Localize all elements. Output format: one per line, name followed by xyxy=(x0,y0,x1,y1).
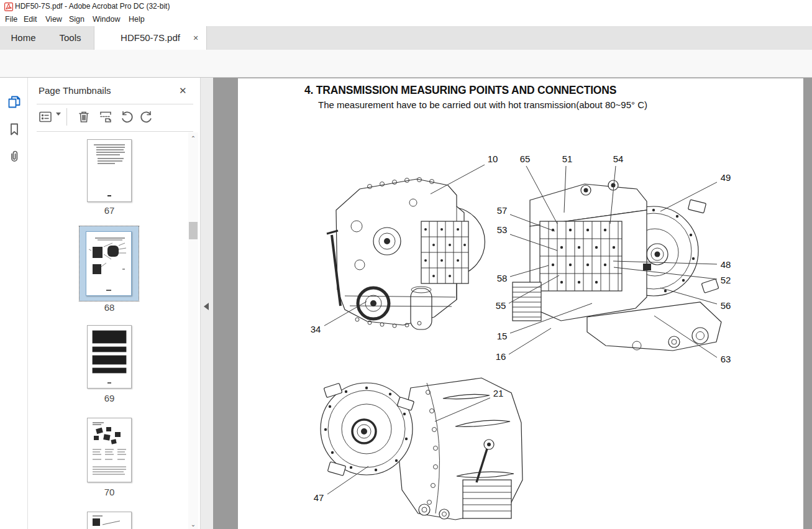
figure-callout-55: 55 xyxy=(496,300,506,311)
tab-close-icon[interactable]: ✕ xyxy=(191,26,200,50)
menu-bar: File Edit View Sign Window Help xyxy=(0,14,812,26)
tab-bar: Home Tools HDF50-7S.pdf ✕ xyxy=(0,26,812,50)
tab-tools[interactable]: Tools xyxy=(47,26,94,50)
panel-title: Page Thumbnails xyxy=(39,85,111,96)
menu-help[interactable]: Help xyxy=(129,15,145,24)
figure-callout-16: 16 xyxy=(496,351,506,362)
figure-transmission-rear-left xyxy=(327,178,485,330)
figure-callout-58: 58 xyxy=(497,273,508,283)
figure-transmission-converter xyxy=(513,180,721,351)
bookmarks-icon[interactable] xyxy=(7,122,22,137)
thumbnail-page-67[interactable] xyxy=(87,139,132,202)
thumbnail-page-69[interactable] xyxy=(87,325,132,389)
thumbnail-page-number: 68 xyxy=(87,302,132,313)
page-thumbnails-panel: Page Thumbnails ✕ xyxy=(28,78,200,529)
figure-transmission-side xyxy=(321,378,522,520)
figure-callout-57: 57 xyxy=(497,205,508,216)
panel-collapse-gutter[interactable] xyxy=(200,78,213,529)
figure-callout-49: 49 xyxy=(721,172,731,183)
figure-callout-47: 47 xyxy=(314,492,324,503)
rotate-clockwise-icon[interactable] xyxy=(139,109,155,125)
close-icon[interactable]: ✕ xyxy=(179,85,187,96)
main-toolbar: 68 / 311 100% xyxy=(0,50,812,78)
thumbnail-options-icon[interactable] xyxy=(37,109,53,125)
pdf-page-68: 4. TRANSMISSION MEASURING POINTS AND CON… xyxy=(238,78,803,529)
thumbnail-page-68[interactable] xyxy=(86,231,132,296)
figure-callout-52: 52 xyxy=(721,275,731,285)
thumbnail-page-number: 70 xyxy=(87,487,132,497)
tab-home[interactable]: Home xyxy=(0,26,47,50)
acrobat-logo-icon xyxy=(4,2,13,11)
figure-callout-10: 10 xyxy=(488,154,498,164)
scroll-up-icon[interactable]: ⌃ xyxy=(188,134,198,143)
figure-callout-63: 63 xyxy=(721,354,731,364)
tab-document-label: HDF50-7S.pdf xyxy=(121,26,180,50)
leader-line-10 xyxy=(431,165,485,194)
menu-edit[interactable]: Edit xyxy=(24,15,37,24)
menu-view[interactable]: View xyxy=(45,15,62,24)
thumbnails-scrollbar[interactable]: ⌃ ⌄ xyxy=(188,132,198,529)
chevron-down-icon[interactable] xyxy=(56,116,61,127)
divider xyxy=(66,108,67,126)
window-title: HDF50-7S.pdf - Adobe Acrobat Pro DC (32-… xyxy=(15,2,170,11)
menu-window[interactable]: Window xyxy=(93,15,120,24)
collapse-panel-icon[interactable] xyxy=(204,303,209,310)
figure-callout-34: 34 xyxy=(311,324,321,334)
leader-line-16 xyxy=(509,328,551,354)
figure-callout-53: 53 xyxy=(497,224,508,235)
figure-callout-54: 54 xyxy=(613,154,624,164)
delete-page-icon[interactable] xyxy=(76,109,92,125)
thumbnail-page-partial[interactable] xyxy=(87,512,132,529)
thumbnail-page-68-selected[interactable] xyxy=(80,226,139,301)
divider xyxy=(37,104,193,104)
navigation-rail xyxy=(0,78,28,529)
figure-callout-56: 56 xyxy=(721,300,731,311)
tab-document[interactable]: HDF50-7S.pdf ✕ xyxy=(94,26,207,50)
divider xyxy=(37,131,193,132)
figure-callout-21: 21 xyxy=(493,388,504,398)
rotate-counterclockwise-icon[interactable] xyxy=(119,109,135,125)
menu-sign[interactable]: Sign xyxy=(69,15,84,24)
thumbnail-page-number: 67 xyxy=(87,205,132,216)
thumbnail-page-number: 69 xyxy=(87,393,132,403)
figure-callout-48: 48 xyxy=(721,259,731,270)
acrobat-window: HDF50-7S.pdf - Adobe Acrobat Pro DC (32-… xyxy=(0,0,812,529)
menu-file[interactable]: File xyxy=(5,15,17,24)
title-bar: HDF50-7S.pdf - Adobe Acrobat Pro DC (32-… xyxy=(0,0,812,14)
page-thumbnails-icon[interactable] xyxy=(7,94,22,109)
transmission-figures: 1034 6551544957535855151648525663 2147 xyxy=(238,78,803,529)
figure-callout-15: 15 xyxy=(497,331,508,341)
figure-callout-51: 51 xyxy=(562,154,573,164)
document-canvas[interactable]: 4. TRANSMISSION MEASURING POINTS AND CON… xyxy=(213,78,812,529)
attachments-icon[interactable] xyxy=(7,149,22,164)
thumbnail-page-70[interactable] xyxy=(87,418,132,482)
resize-pages-icon[interactable] xyxy=(98,109,114,125)
scrollbar-thumb[interactable] xyxy=(189,222,198,239)
scroll-down-icon[interactable]: ⌄ xyxy=(188,520,198,529)
figure-callout-65: 65 xyxy=(520,154,531,164)
